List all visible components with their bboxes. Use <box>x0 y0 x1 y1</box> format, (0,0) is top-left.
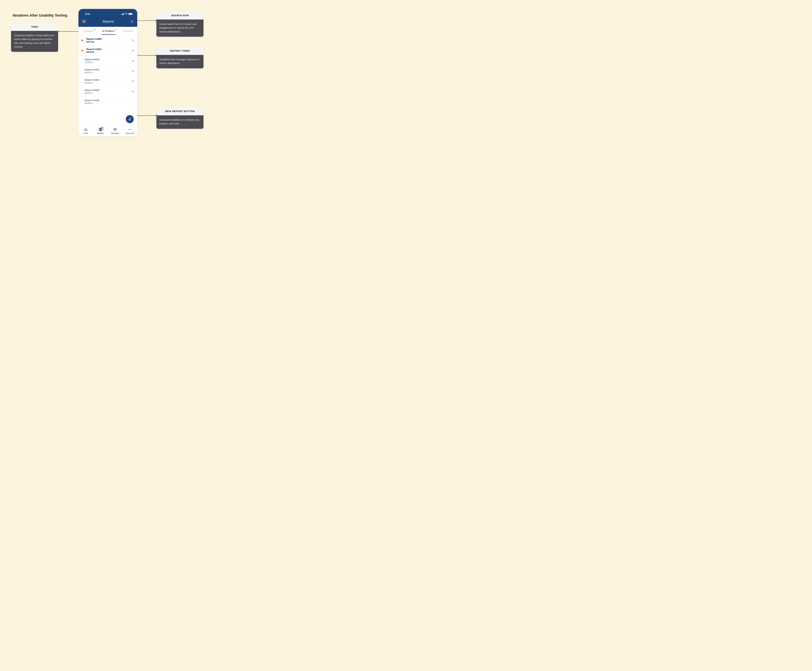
tab-resolved-label: Resolved <box>124 30 133 32</box>
new-report-button[interactable] <box>126 115 134 123</box>
report-date: 08/10/23 <box>85 102 134 104</box>
chevron-right-icon <box>132 70 134 72</box>
signal-icon <box>121 13 124 15</box>
list-item[interactable]: Report #1851 08/15/23 <box>78 46 137 56</box>
tab-in-progress-label: In Progress <box>102 30 114 32</box>
connector-search <box>134 20 156 21</box>
avatar[interactable]: AJ <box>82 19 86 24</box>
status-bar: 9:41 <box>85 12 133 15</box>
annotation-items: REPORT ITEMS Simplified new message indi… <box>157 47 204 68</box>
annotation-search-body: Moved search bar to increase user engage… <box>157 19 204 37</box>
report-date: 08/17/23 <box>87 41 132 43</box>
annotation-search-heading: SEARCH BAR <box>157 11 204 19</box>
report-title: Report #1844 <box>85 78 132 81</box>
report-date: 08/10/23 <box>85 92 132 94</box>
report-date: 08/10/23 <box>85 72 132 74</box>
home-icon <box>84 128 87 131</box>
connector-items <box>135 55 156 56</box>
list-item[interactable]: Report #9283 10/15/24 <box>78 56 137 66</box>
report-title: Report #1843 <box>85 68 132 71</box>
svg-rect-12 <box>100 129 101 130</box>
annotation-button-heading: NEW REPORT BUTTON <box>157 107 204 115</box>
tabs-bar: Unclaimed In Progress Resolved <box>78 27 137 35</box>
nav-resources[interactable]: Resources <box>123 125 137 136</box>
svg-point-17 <box>128 129 129 130</box>
chevron-right-icon <box>132 60 134 62</box>
svg-rect-11 <box>100 129 101 129</box>
nav-reports-label: Reports <box>97 132 104 134</box>
search-icon <box>131 20 134 23</box>
compose-icon <box>128 118 131 121</box>
report-date: 10/15/24 <box>85 61 132 63</box>
wifi-icon <box>125 13 128 15</box>
page-title: Iterations After Usability Testing <box>13 13 67 17</box>
report-title: Report #1851 <box>87 48 132 51</box>
list-item[interactable]: Report #1805 08/17/23 <box>78 35 137 46</box>
report-title: Report #1845 <box>85 99 134 102</box>
annotation-button: NEW REPORT BUTTON Increased visibility b… <box>157 107 204 129</box>
svg-point-19 <box>131 129 131 130</box>
svg-point-4 <box>126 14 126 15</box>
connector-button <box>135 115 156 116</box>
tab-unclaimed[interactable]: Unclaimed <box>82 27 94 35</box>
svg-line-9 <box>133 22 133 22</box>
annotation-button-body: Increased visibility by it's distinct si… <box>157 115 204 129</box>
bottom-nav: Home 4 Reports Messages Resources <box>78 125 137 136</box>
report-date: 08/15/23 <box>87 51 132 53</box>
list-item[interactable]: Report #1843 08/10/23 <box>78 66 137 76</box>
report-date: 08/10/23 <box>85 82 132 84</box>
screen-title: Reports <box>86 20 130 24</box>
status-time: 9:41 <box>85 12 90 15</box>
svg-point-8 <box>131 20 133 22</box>
annotation-items-heading: REPORT ITEMS <box>157 47 204 55</box>
chevron-right-icon <box>132 80 134 82</box>
phone-frame: 9:41 AJ Reports Unclaimed <box>78 9 137 136</box>
svg-rect-3 <box>123 13 124 15</box>
messages-icon <box>114 128 117 131</box>
nav-resources-label: Resources <box>126 132 134 134</box>
list-item[interactable]: Report #1845 08/10/23 <box>78 97 137 107</box>
report-title: Report #1845 <box>85 89 132 92</box>
chevron-right-icon <box>132 90 134 92</box>
tab-indicator-dot <box>116 29 116 30</box>
annotation-items-body: Simplified new message indicators to red… <box>157 55 204 68</box>
nav-badge: 4 <box>101 127 103 129</box>
tab-resolved[interactable]: Resolved <box>123 27 133 35</box>
svg-point-18 <box>129 129 130 130</box>
report-title: Report #1805 <box>87 37 132 40</box>
tab-indicator-dot <box>94 29 95 30</box>
annotation-tabs: TABS Increased visibility of clear label… <box>11 23 58 52</box>
annotation-tabs-heading: TABS <box>11 23 58 31</box>
svg-rect-1 <box>122 14 122 15</box>
app-header: 9:41 AJ Reports <box>78 9 137 27</box>
nav-reports[interactable]: 4 Reports <box>93 125 108 136</box>
search-button[interactable] <box>130 20 134 23</box>
list-item[interactable]: Report #1844 08/10/23 <box>78 76 137 87</box>
chevron-right-icon <box>132 49 134 51</box>
svg-rect-2 <box>123 13 123 15</box>
svg-rect-0 <box>121 14 121 15</box>
annotation-tabs-body: Increased visibility of clear labels and… <box>11 31 58 52</box>
unread-indicator <box>82 39 83 41</box>
unread-indicator <box>82 50 83 51</box>
list-item[interactable]: Report #1845 08/10/23 <box>78 87 137 97</box>
report-title: Report #9283 <box>85 58 132 61</box>
battery-icon <box>128 13 133 15</box>
nav-home[interactable]: Home <box>78 125 93 136</box>
more-icon <box>128 129 131 130</box>
report-list: Report #1805 08/17/23 Report #1851 08/15… <box>78 35 137 107</box>
nav-messages-label: Messages <box>111 132 119 134</box>
chevron-right-icon <box>132 39 134 41</box>
tab-in-progress[interactable]: In Progress <box>102 27 115 35</box>
svg-rect-14 <box>114 128 116 130</box>
tab-unclaimed-label: Unclaimed <box>83 30 94 32</box>
nav-messages[interactable]: Messages <box>108 125 123 136</box>
annotation-search: SEARCH BAR Moved search bar to increase … <box>157 11 204 37</box>
nav-home-label: Home <box>83 132 88 134</box>
svg-rect-6 <box>129 13 132 15</box>
svg-rect-7 <box>132 14 133 14</box>
